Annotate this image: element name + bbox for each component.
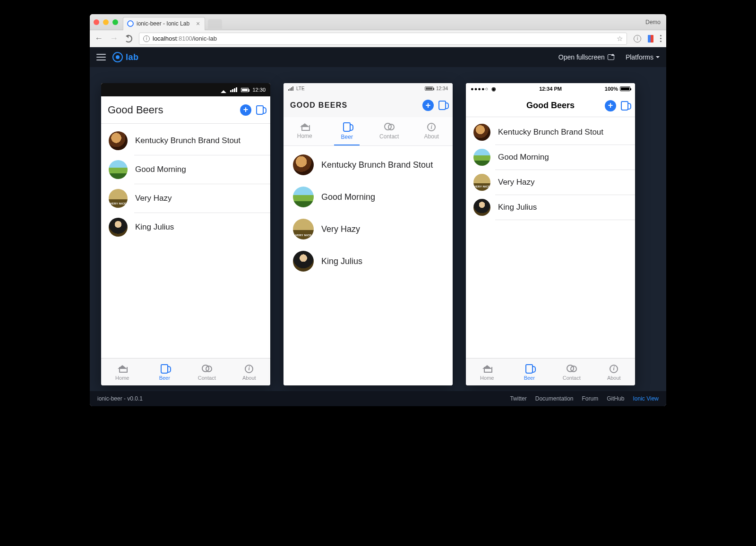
window-zoom-button[interactable] — [112, 19, 118, 25]
beer-avatar — [293, 251, 314, 272]
list-item[interactable]: Kentucky Brunch Brand Stout — [284, 149, 453, 181]
beer-name: Kentucky Brunch Brand Stout — [498, 128, 627, 137]
beer-icon[interactable] — [438, 101, 446, 110]
open-fullscreen-label: Open fullscreen — [558, 53, 605, 61]
url-path: /ionic-lab — [192, 35, 217, 42]
signal-icon — [221, 87, 226, 93]
window-close-button[interactable] — [94, 19, 99, 25]
tab-home[interactable]: Home — [101, 358, 144, 385]
beer-name: Very Hazy — [135, 194, 263, 203]
tab-about[interactable]: iAbout — [411, 117, 453, 145]
list-item[interactable]: King Julius — [284, 245, 453, 277]
tab-label: Contact — [563, 375, 581, 381]
tab-contact[interactable]: Contact — [368, 117, 411, 145]
beer-name: King Julius — [135, 222, 263, 232]
tab-contact[interactable]: Contact — [550, 358, 593, 385]
tab-home[interactable]: Home — [284, 117, 326, 145]
beer-icon[interactable] — [621, 101, 628, 111]
list-item[interactable]: King Julius — [101, 213, 270, 241]
beer-avatar — [109, 160, 128, 179]
list-item[interactable]: Very Hazy — [284, 213, 453, 245]
footer-link-ionicview[interactable]: Ionic View — [633, 395, 659, 402]
info-icon[interactable]: i — [634, 35, 641, 43]
tab-beer[interactable]: Beer — [508, 358, 551, 385]
beer-name: Good Morning — [321, 192, 443, 202]
reload-button[interactable] — [125, 35, 132, 43]
beer-name: Good Morning — [135, 165, 263, 174]
status-time: 12:30 — [252, 87, 266, 93]
ionic-logo-icon — [112, 52, 123, 62]
open-fullscreen-button[interactable]: Open fullscreen — [558, 53, 614, 61]
list-item[interactable]: Kentucky Brunch Brand Stout — [466, 120, 635, 145]
url-host: localhost — [153, 35, 177, 42]
beer-avatar — [293, 154, 314, 175]
list-item[interactable]: Good Morning — [101, 155, 270, 184]
demo-badge: Demo — [645, 19, 662, 26]
lab-logo-text: lab — [126, 52, 139, 62]
platforms-dropdown[interactable]: Platforms — [626, 53, 660, 61]
info-icon: i — [245, 365, 253, 373]
beer-name: King Julius — [498, 203, 627, 212]
back-button[interactable]: ← — [94, 34, 103, 43]
tab-home[interactable]: Home — [466, 358, 508, 385]
beer-icon — [161, 364, 168, 374]
list-item[interactable]: King Julius — [466, 195, 635, 220]
battery-percent: 100% — [605, 86, 618, 92]
beer-name: Very Hazy — [321, 224, 443, 234]
list-item[interactable]: Very Hazy — [466, 170, 635, 195]
list-item[interactable]: Kentucky Brunch Brand Stout — [101, 127, 270, 155]
footer-link-twitter[interactable]: Twitter — [510, 395, 526, 402]
beer-avatar — [109, 131, 128, 150]
browser-menu-button[interactable] — [660, 35, 662, 42]
tab-about[interactable]: iAbout — [593, 358, 636, 385]
add-button[interactable]: + — [240, 104, 251, 116]
android-statusbar: 12:30 — [101, 83, 270, 96]
battery-icon — [425, 86, 433, 91]
add-button[interactable]: + — [422, 100, 434, 111]
close-tab-icon[interactable]: × — [196, 20, 200, 27]
traffic-lights[interactable] — [94, 19, 118, 25]
beer-icon — [525, 364, 533, 374]
add-button[interactable]: + — [605, 100, 616, 111]
info-icon: i — [610, 365, 618, 373]
home-icon — [483, 365, 491, 373]
window-minimize-button[interactable] — [103, 19, 109, 25]
browser-window: ionic-beer - Ionic Lab × Demo ← → i loca… — [90, 14, 666, 406]
contacts-icon — [202, 365, 212, 373]
footer-link-forum[interactable]: Forum — [582, 395, 598, 402]
info-icon: i — [427, 123, 436, 131]
beer-icon[interactable] — [256, 105, 264, 115]
bookmark-icon[interactable]: ☆ — [617, 34, 623, 43]
tab-label: Home — [480, 375, 494, 381]
contacts-icon — [384, 123, 395, 131]
tab-label: Beer — [341, 134, 353, 140]
beer-list: Kentucky Brunch Brand Stout Good Morning… — [466, 117, 635, 358]
address-bar[interactable]: i localhost:8100/ionic-lab ☆ — [139, 33, 627, 45]
beer-avatar — [293, 219, 314, 239]
carrier-label: LTE — [296, 86, 305, 91]
menu-icon[interactable] — [96, 54, 106, 60]
tab-beer[interactable]: Beer — [326, 117, 369, 145]
browser-tab[interactable]: ionic-beer - Ionic Lab × — [123, 17, 205, 30]
beer-avatar — [109, 189, 128, 208]
new-tab-button[interactable] — [208, 19, 222, 29]
beer-avatar — [473, 199, 490, 216]
list-item[interactable]: Very Hazy — [101, 184, 270, 213]
footer-link-docs[interactable]: Documentation — [535, 395, 574, 402]
forward-button[interactable]: → — [110, 34, 118, 43]
footer-link-github[interactable]: GitHub — [607, 395, 624, 402]
windows-statusbar: LTE 12:34 — [284, 83, 453, 94]
list-item[interactable]: Good Morning — [466, 145, 635, 170]
ios-statusbar: ●●●●○ ◉ 12:34 PM 100% — [466, 83, 635, 94]
list-item[interactable]: Good Morning — [284, 181, 453, 213]
site-info-icon[interactable]: i — [143, 35, 150, 42]
tab-contact[interactable]: Contact — [186, 358, 228, 385]
footer-version: ionic-beer - v0.0.1 — [97, 395, 143, 402]
extension-icon[interactable] — [648, 35, 653, 43]
tab-about[interactable]: iAbout — [228, 358, 271, 385]
app-header: Good Beers + — [101, 96, 270, 124]
status-time: 12:34 PM — [539, 86, 562, 92]
tab-beer[interactable]: Beer — [144, 358, 186, 385]
battery-icon — [241, 88, 249, 92]
favicon-icon — [127, 20, 134, 27]
